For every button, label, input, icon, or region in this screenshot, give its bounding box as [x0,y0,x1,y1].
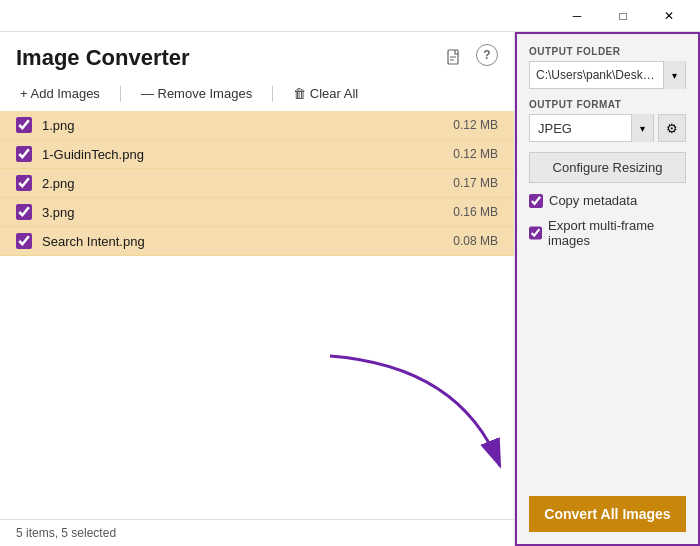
copy-metadata-checkbox[interactable] [529,194,543,208]
file-name: Search Intent.png [42,234,453,249]
file-checkbox[interactable] [16,204,32,220]
file-icon[interactable] [440,44,468,72]
file-checkbox[interactable] [16,233,32,249]
output-folder-dropdown[interactable]: C:\Users\pank\Desktop\Guidi ▾ [529,61,686,89]
title-bar: ─ □ ✕ [0,0,700,32]
toolbar-separator [120,86,121,102]
format-dropdown[interactable]: JPEG ▾ [529,114,654,142]
output-folder-label: OUTPUT FOLDER [529,46,686,57]
add-images-button[interactable]: + Add Images [16,84,104,103]
close-button[interactable]: ✕ [646,0,692,32]
app-header: Image Converter ? [0,32,514,80]
file-size: 0.17 MB [453,176,498,190]
main-layout: Image Converter ? + Add Images — Remove … [0,32,700,546]
copy-metadata-checkbox-row[interactable]: Copy metadata [529,193,686,208]
file-item[interactable]: Search Intent.png0.08 MB [0,227,514,256]
file-name: 1-GuidinTech.png [42,147,453,162]
format-settings-button[interactable]: ⚙ [658,114,686,142]
output-format-label: OUTPUT FORMAT [529,99,686,110]
window-controls: ─ □ ✕ [554,0,692,32]
export-multiframe-label: Export multi-frame images [548,218,686,248]
right-panel: OUTPUT FOLDER C:\Users\pank\Desktop\Guid… [515,32,700,546]
empty-area [0,315,514,519]
file-name: 2.png [42,176,453,191]
file-checkbox[interactable] [16,175,32,191]
file-checkbox[interactable] [16,117,32,133]
remove-images-button[interactable]: — Remove Images [137,84,256,103]
file-item[interactable]: 2.png0.17 MB [0,169,514,198]
minimize-button[interactable]: ─ [554,0,600,32]
left-panel: Image Converter ? + Add Images — Remove … [0,32,515,546]
configure-resizing-button[interactable]: Configure Resizing [529,152,686,183]
convert-all-images-button[interactable]: Convert All Images [529,496,686,532]
toolbar-separator-2 [272,86,273,102]
app-title: Image Converter [16,45,190,71]
maximize-button[interactable]: □ [600,0,646,32]
file-name: 1.png [42,118,453,133]
format-dropdown-arrow-icon[interactable]: ▾ [631,114,653,142]
file-list: 1.png0.12 MB1-GuidinTech.png0.12 MB2.png… [0,111,514,315]
toolbar: + Add Images — Remove Images 🗑 Clear All [0,80,514,111]
file-item[interactable]: 1.png0.12 MB [0,111,514,140]
file-checkbox[interactable] [16,146,32,162]
copy-metadata-label: Copy metadata [549,193,637,208]
file-size: 0.12 MB [453,118,498,132]
status-bar: 5 items, 5 selected [0,519,514,546]
output-folder-value: C:\Users\pank\Desktop\Guidi [530,64,663,86]
file-item[interactable]: 1-GuidinTech.png0.12 MB [0,140,514,169]
help-icon[interactable]: ? [476,44,498,66]
file-size: 0.16 MB [453,205,498,219]
file-name: 3.png [42,205,453,220]
format-row: JPEG ▾ ⚙ [529,114,686,142]
format-value: JPEG [530,117,631,140]
folder-dropdown-arrow-icon[interactable]: ▾ [663,61,685,89]
file-item[interactable]: 3.png0.16 MB [0,198,514,227]
output-folder-section: OUTPUT FOLDER C:\Users\pank\Desktop\Guid… [529,46,686,89]
export-multiframe-checkbox-row[interactable]: Export multi-frame images [529,218,686,248]
export-multiframe-checkbox[interactable] [529,226,542,240]
file-size: 0.12 MB [453,147,498,161]
file-size: 0.08 MB [453,234,498,248]
output-format-section: OUTPUT FORMAT JPEG ▾ ⚙ [529,99,686,142]
header-icons: ? [440,44,498,72]
clear-all-button[interactable]: 🗑 Clear All [289,84,362,103]
